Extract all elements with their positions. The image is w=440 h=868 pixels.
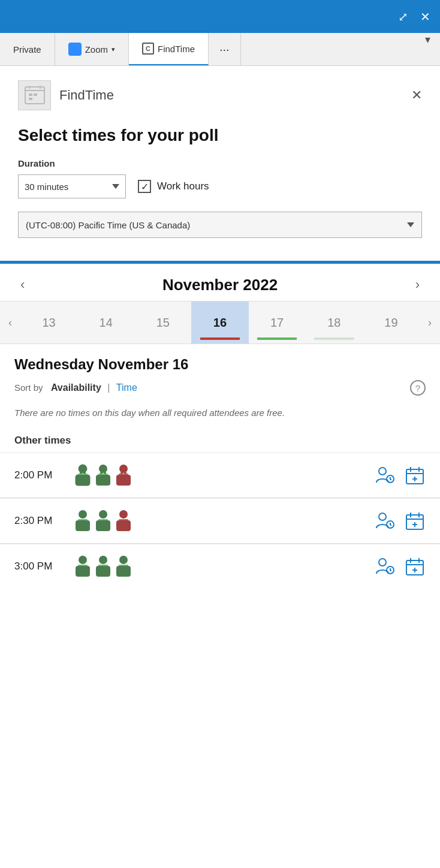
sort-label: Sort by — [14, 382, 43, 393]
tab-more-label: ··· — [219, 43, 230, 56]
calendar-add-button-3[interactable] — [404, 556, 426, 577]
time-slot-1-attendees — [74, 464, 374, 487]
checkbox-box: ✓ — [138, 180, 151, 193]
svg-point-17 — [119, 465, 128, 473]
tab-expand[interactable]: ▾ — [415, 33, 440, 65]
panel-logo-text: FindTime — [59, 88, 114, 103]
panel-logo: FindTime — [18, 80, 114, 110]
tab-more[interactable]: ··· — [209, 33, 241, 65]
time-slot-1-actions — [374, 465, 426, 486]
logo-image — [18, 80, 51, 110]
timezone-select[interactable]: (UTC-08:00) Pacific Time (US & Canada) (… — [18, 212, 422, 238]
person-clock-icon — [375, 511, 394, 531]
sort-options: Sort by Availability | Time — [14, 382, 137, 393]
tab-zoom-label: Zoom — [85, 44, 108, 55]
attendee-2-icon — [95, 510, 111, 532]
sort-time-btn[interactable]: Time — [116, 382, 137, 393]
time-slot-3-attendees — [74, 555, 374, 578]
attendee-2-icon — [95, 464, 111, 487]
time-slot-1-time: 2:00 PM — [14, 469, 68, 481]
svg-point-35 — [99, 510, 107, 519]
svg-rect-56 — [98, 565, 108, 566]
time-slot-2-actions — [374, 510, 426, 532]
zoom-chevron-icon: ▾ — [111, 46, 115, 53]
svg-rect-39 — [116, 520, 131, 531]
other-times-label: Other times — [0, 432, 440, 453]
tab-private[interactable]: Private — [0, 33, 55, 65]
svg-rect-55 — [96, 566, 110, 577]
sort-availability-btn[interactable]: Availability — [51, 382, 101, 393]
day-cell-17[interactable]: 17 — [249, 302, 306, 343]
maximize-button[interactable]: ⤢ — [398, 11, 408, 23]
work-hours-checkbox[interactable]: ✓ Work hours — [138, 180, 209, 193]
sort-row: Sort by Availability | Time ? — [0, 378, 440, 402]
schedule-check-button-2[interactable] — [374, 510, 396, 532]
svg-rect-53 — [78, 565, 88, 566]
day-cell-18[interactable]: 18 — [306, 302, 363, 343]
title-bar: ⤢ ✕ — [0, 0, 440, 33]
date-heading: Wednesday November 16 — [0, 344, 440, 378]
time-slot-2[interactable]: 2:30 PM — [0, 498, 440, 544]
next-month-button[interactable]: › — [409, 275, 426, 295]
prev-month-button[interactable]: ‹ — [14, 275, 31, 295]
svg-rect-11 — [78, 474, 88, 475]
svg-rect-34 — [78, 519, 88, 520]
tab-zoom[interactable]: Zoom ▾ — [55, 33, 129, 65]
svg-rect-13 — [96, 475, 110, 486]
calendar-add-icon — [405, 511, 424, 531]
panel-header: FindTime ✕ — [0, 66, 440, 120]
duration-select[interactable]: 30 minutes 15 minutes 45 minutes 1 hour … — [18, 174, 126, 198]
svg-point-38 — [119, 510, 128, 519]
svg-rect-36 — [96, 520, 110, 531]
attendee-3-icon — [115, 464, 132, 487]
time-slot-1[interactable]: 2:00 PM — [0, 453, 440, 498]
svg-point-32 — [79, 510, 87, 519]
calendar-add-button-1[interactable] — [404, 465, 426, 486]
calendar-add-button-2[interactable] — [404, 510, 426, 532]
attendee-3-icon — [115, 510, 132, 532]
panel-close-button[interactable]: ✕ — [411, 88, 422, 103]
svg-point-60 — [379, 559, 386, 566]
svg-rect-40 — [119, 519, 128, 520]
svg-rect-59 — [119, 565, 128, 566]
svg-rect-18 — [116, 475, 131, 486]
time-slot-3[interactable]: 3:00 PM — [0, 544, 440, 589]
day-cell-15[interactable]: 15 — [134, 302, 191, 343]
svg-point-57 — [119, 556, 128, 564]
svg-rect-16 — [98, 474, 108, 475]
person-clock-icon — [375, 466, 394, 485]
attendee-2-icon — [95, 555, 111, 578]
svg-point-22 — [379, 468, 386, 475]
day-cell-13[interactable]: 13 — [20, 302, 77, 343]
svg-rect-8 — [76, 475, 90, 486]
attendee-1-icon — [74, 510, 91, 532]
month-title: November 2022 — [162, 276, 278, 294]
tab-findtime-label: FindTime — [158, 44, 195, 54]
next-day-button[interactable]: › — [420, 302, 440, 343]
tab-findtime[interactable]: C FindTime — [129, 33, 209, 65]
svg-rect-58 — [116, 566, 131, 577]
svg-point-51 — [79, 556, 87, 564]
svg-point-7 — [79, 465, 87, 473]
svg-rect-21 — [119, 474, 128, 475]
svg-rect-37 — [98, 519, 108, 520]
prev-day-button[interactable]: ‹ — [0, 302, 20, 343]
svg-rect-6 — [29, 98, 32, 100]
attendee-1-icon — [74, 464, 91, 487]
svg-rect-33 — [76, 520, 90, 531]
day-cell-19[interactable]: 19 — [363, 302, 420, 343]
day-cell-16[interactable]: 16 — [191, 302, 248, 343]
help-icon[interactable]: ? — [410, 380, 426, 396]
time-slot-2-time: 2:30 PM — [14, 515, 68, 527]
duration-row: 30 minutes 15 minutes 45 minutes 1 hour … — [18, 174, 422, 198]
day-cell-14[interactable]: 14 — [77, 302, 134, 343]
svg-rect-4 — [29, 94, 32, 96]
tab-bar: Private Zoom ▾ C FindTime ··· ▾ — [0, 33, 440, 66]
schedule-check-button-3[interactable] — [374, 556, 396, 577]
close-window-button[interactable]: ✕ — [420, 11, 430, 23]
findtime-tab-icon: C — [142, 43, 154, 55]
panel-content: Select times for your poll Duration 30 m… — [0, 120, 440, 250]
svg-point-12 — [99, 465, 107, 473]
findtime-panel: FindTime ✕ Select times for your poll Du… — [0, 66, 440, 868]
schedule-check-button-1[interactable] — [374, 465, 396, 486]
